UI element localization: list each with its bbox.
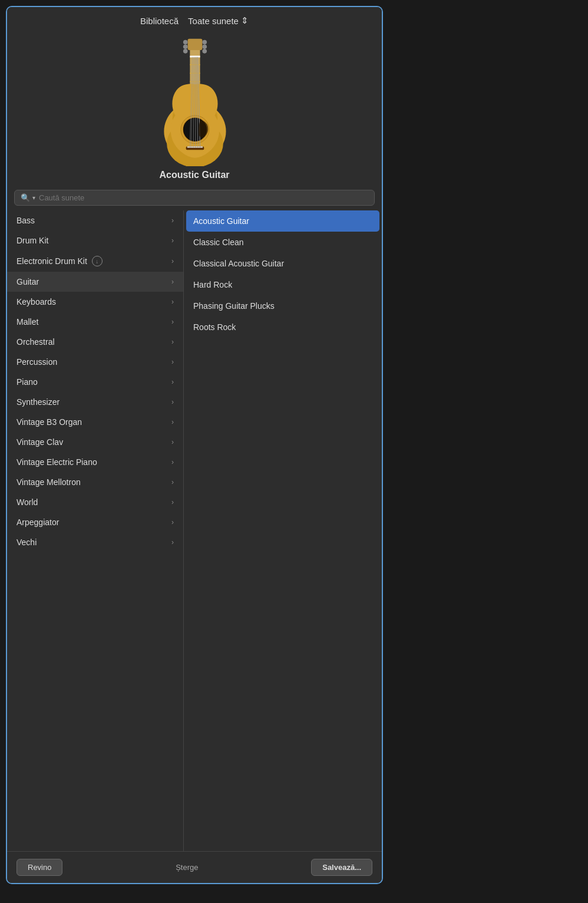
category-item-guitar[interactable]: Guitar› (7, 272, 183, 292)
search-icon: 🔍 (21, 193, 30, 202)
sound-item-classic-clean[interactable]: Classic Clean (184, 232, 382, 253)
category-label: Vintage Mellotron (16, 477, 81, 487)
chevron-right-icon: › (171, 257, 174, 265)
chevron-right-icon: › (171, 358, 174, 366)
category-item-drum-kit[interactable]: Drum Kit› (7, 230, 183, 251)
sound-item-phasing-guitar-plucks[interactable]: Phasing Guitar Plucks (184, 295, 382, 317)
header: Bibliotecă Toate sunete ⇕ (7, 7, 382, 31)
category-label: Vechi (16, 538, 37, 547)
library-panel: Bibliotecă Toate sunete ⇕ (6, 6, 383, 884)
category-label: Percussion (16, 357, 57, 367)
category-item-world[interactable]: World› (7, 492, 183, 512)
category-label: Synthesizer (16, 397, 60, 407)
chevron-right-icon: › (171, 478, 174, 486)
category-item-vintage-b3-organ[interactable]: Vintage B3 Organ› (7, 412, 183, 432)
chevron-right-icon: › (171, 398, 174, 406)
sound-item-roots-rock[interactable]: Roots Rock (184, 317, 382, 338)
dropdown-label: Toate sunete (188, 16, 239, 26)
chevron-right-icon: › (171, 236, 174, 245)
sound-item-classical-acoustic-guitar[interactable]: Classical Acoustic Guitar (184, 253, 382, 274)
category-label: Vintage B3 Organ (16, 417, 82, 427)
category-item-percussion[interactable]: Percussion› (7, 352, 183, 372)
revert-button[interactable]: Revino (16, 859, 62, 876)
search-bar[interactable]: 🔍 ▾ (14, 190, 375, 206)
category-item-vintage-electric-piano[interactable]: Vintage Electric Piano› (7, 452, 183, 472)
svg-point-2 (183, 40, 188, 45)
sound-item-acoustic-guitar[interactable]: Acoustic Guitar (186, 210, 379, 232)
search-chevron-icon: ▾ (32, 195, 35, 201)
category-label: Arpeggiator (16, 518, 59, 527)
chevron-right-icon: › (171, 418, 174, 426)
svg-rect-13 (190, 56, 200, 58)
category-list: Bass›Drum Kit›Electronic Drum Kit↓›Guita… (7, 210, 184, 851)
category-label: Piano (16, 377, 38, 387)
category-item-mallet[interactable]: Mallet› (7, 312, 183, 332)
svg-point-3 (183, 44, 188, 49)
category-item-synthesizer[interactable]: Synthesizer› (7, 392, 183, 412)
category-item-bass[interactable]: Bass› (7, 210, 183, 230)
library-label: Bibliotecă (140, 16, 179, 26)
chevron-right-icon: › (171, 438, 174, 446)
search-input[interactable] (39, 193, 368, 202)
category-label: Mallet (16, 317, 38, 327)
category-label: Orchestral (16, 337, 55, 347)
category-label: Vintage Electric Piano (16, 457, 97, 467)
instrument-name: Acoustic Guitar (159, 170, 229, 180)
category-item-piano[interactable]: Piano› (7, 372, 183, 392)
category-item-arpeggiator[interactable]: Arpeggiator› (7, 512, 183, 532)
chevron-right-icon: › (171, 538, 174, 546)
chevron-right-icon: › (171, 498, 174, 506)
chevron-right-icon: › (171, 378, 174, 386)
chevron-right-icon: › (171, 216, 174, 225)
sound-list: Acoustic GuitarClassic CleanClassical Ac… (184, 210, 382, 851)
category-label: Drum Kit (16, 236, 48, 245)
svg-point-6 (202, 44, 207, 49)
category-label: Keyboards (16, 297, 56, 307)
svg-rect-1 (188, 39, 203, 50)
chevron-right-icon: › (171, 298, 174, 306)
svg-point-4 (183, 49, 188, 54)
category-item-vechi[interactable]: Vechi› (7, 532, 183, 552)
category-label: Vintage Clav (16, 437, 63, 447)
category-item-keyboards[interactable]: Keyboards› (7, 292, 183, 312)
sounds-dropdown[interactable]: Toate sunete ⇕ (188, 15, 249, 26)
dropdown-icon: ⇕ (241, 15, 249, 26)
category-item-electronic-drum-kit[interactable]: Electronic Drum Kit↓› (7, 251, 183, 272)
category-label: Electronic Drum Kit (16, 256, 87, 266)
chevron-right-icon: › (171, 518, 174, 526)
category-item-vintage-clav[interactable]: Vintage Clav› (7, 432, 183, 452)
guitar-image (141, 37, 247, 166)
download-icon[interactable]: ↓ (92, 256, 103, 266)
category-label: World (16, 497, 38, 507)
chevron-right-icon: › (171, 338, 174, 346)
chevron-right-icon: › (171, 318, 174, 326)
lists-container: Bass›Drum Kit›Electronic Drum Kit↓›Guita… (7, 210, 382, 851)
chevron-right-icon: › (171, 278, 174, 286)
instrument-display: Acoustic Guitar (7, 31, 382, 190)
svg-point-5 (202, 40, 207, 45)
category-item-orchestral[interactable]: Orchestral› (7, 332, 183, 352)
svg-point-7 (202, 49, 207, 54)
chevron-right-icon: › (171, 458, 174, 466)
svg-rect-22 (187, 147, 203, 148)
footer: Revino Șterge Salvează... (7, 851, 382, 883)
category-label: Guitar (16, 277, 39, 286)
category-label: Bass (16, 216, 35, 225)
delete-button[interactable]: Șterge (164, 859, 209, 876)
sound-item-hard-rock[interactable]: Hard Rock (184, 274, 382, 295)
save-button[interactable]: Salvează... (311, 859, 372, 876)
category-item-vintage-mellotron[interactable]: Vintage Mellotron› (7, 472, 183, 492)
